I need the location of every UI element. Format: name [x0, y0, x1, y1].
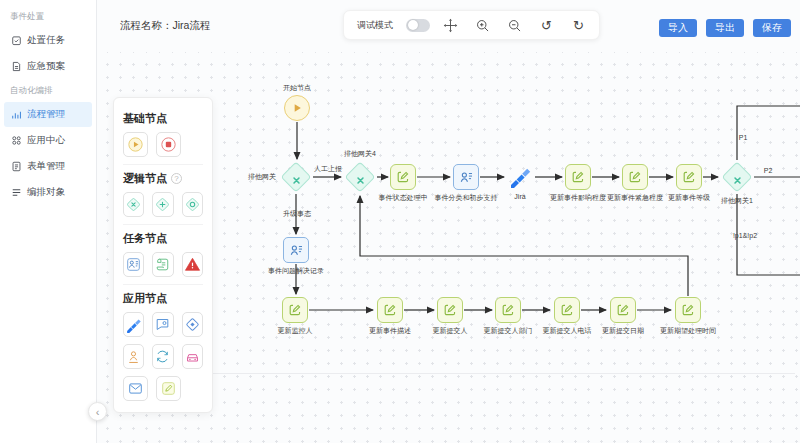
flow-canvas[interactable]: 基础节点逻辑节点?任务节点应用节点 开始节点排他网关排他网关4事件状态处理中事件…: [97, 52, 800, 443]
palette-item-exclusive-gateway[interactable]: [123, 192, 144, 217]
car-app-icon: [184, 348, 201, 365]
palette-row: [123, 252, 203, 277]
palette-item-user-pin-app[interactable]: [123, 344, 144, 369]
sidebar-collapse-button[interactable]: ‹: [88, 402, 107, 421]
palette-item-alert-task[interactable]: [182, 252, 203, 277]
toggle-knob: [408, 20, 418, 30]
gateway-x-icon: [355, 172, 366, 183]
sidebar-item-emergency-plan[interactable]: 应急预案: [4, 54, 92, 79]
sidebar-item-flow-management[interactable]: 流程管理: [4, 102, 92, 127]
node-label: 排他网关: [248, 172, 276, 182]
sidebar-item-dispose-task[interactable]: 处置任务: [4, 28, 92, 53]
edge-label: P1: [739, 134, 748, 141]
palette-item-user-task[interactable]: [123, 252, 144, 277]
header-actions: 导入导出保存: [659, 19, 791, 37]
task-icon: [11, 35, 22, 46]
debug-mode-toggle[interactable]: [406, 19, 430, 32]
gateway-exclusive[interactable]: [280, 161, 312, 193]
palette-section-title: 基础节点: [123, 111, 203, 126]
sidebar-item-label: 编排对象: [27, 186, 65, 199]
task-update-submitter[interactable]: [437, 297, 463, 323]
palette-row: [123, 312, 203, 337]
sidebar-item-app-center[interactable]: 应用中心: [4, 128, 92, 153]
sidebar-item-orchestration-object[interactable]: 编排对象: [4, 180, 92, 205]
apps-icon: [11, 135, 22, 146]
save-button[interactable]: 保存: [753, 19, 791, 37]
task-update-submitter-phone[interactable]: [554, 297, 580, 323]
palette-item-parallel-gateway[interactable]: [152, 192, 173, 217]
start-node[interactable]: [284, 95, 310, 121]
user-node-icon: [458, 169, 475, 186]
chat-app-icon: [154, 316, 171, 333]
palette-section-title-text: 逻辑节点: [123, 171, 167, 186]
task-update-impact[interactable]: [565, 164, 591, 190]
edge-label: 升级事态: [283, 209, 311, 219]
user-incident-record[interactable]: [283, 237, 309, 263]
import-button[interactable]: 导入: [659, 19, 697, 37]
redo-icon[interactable]: ↻: [571, 18, 586, 33]
palette-section-title: 任务节点: [123, 231, 203, 246]
task-update-submit-date[interactable]: [610, 297, 636, 323]
flow-edge: [360, 196, 688, 296]
edge-label: 人工上报: [314, 164, 342, 174]
user-incident-classify[interactable]: [453, 164, 479, 190]
task-update-urgency[interactable]: [622, 164, 648, 190]
node-label: 更新监控人: [278, 326, 313, 336]
zoom-out-icon[interactable]: [507, 18, 522, 33]
node-label: Jira: [514, 193, 525, 200]
task-update-expect-time[interactable]: [675, 297, 701, 323]
palette-item-end-node[interactable]: [156, 132, 181, 157]
palette-item-car-app[interactable]: [182, 344, 203, 369]
palette-section: 应用节点: [123, 284, 203, 401]
palette-item-gateway-app[interactable]: [182, 312, 203, 337]
zoom-in-icon[interactable]: [475, 18, 490, 33]
end-node-icon: [160, 136, 177, 153]
task-incident-status[interactable]: [390, 164, 416, 190]
pen-node-icon: [680, 302, 696, 318]
task-update-monitor[interactable]: [282, 297, 308, 323]
palette-item-inclusive-gateway[interactable]: [182, 192, 203, 217]
palette-item-sync-app[interactable]: [152, 344, 173, 369]
sidebar-item-label: 应用中心: [27, 134, 65, 147]
palette-item-mail-app[interactable]: [123, 376, 148, 401]
node-label: 更新事件影响程度: [550, 193, 606, 203]
edge-label: P2: [764, 167, 773, 174]
pen-node-icon: [287, 302, 303, 318]
palette-section-title: 应用节点: [123, 291, 203, 306]
node-label: 更新提交人电话: [543, 326, 592, 336]
node-label: 更新提交人部门: [484, 326, 533, 336]
export-button[interactable]: 导出: [706, 19, 744, 37]
pen-node-icon: [559, 302, 575, 318]
task-update-submitter-dept[interactable]: [495, 297, 521, 323]
task-update-level[interactable]: [676, 164, 702, 190]
user-task-icon: [125, 256, 142, 273]
app-root: 事件处置处置任务应急预案自动化编排流程管理应用中心表单管理编排对象 ‹ 流程名称…: [0, 0, 800, 443]
task-update-desc[interactable]: [377, 297, 403, 323]
sidebar-section-label: 事件处置: [0, 6, 96, 27]
move-icon[interactable]: [443, 18, 458, 33]
edit-app-icon: [160, 380, 177, 397]
palette-item-edit-app[interactable]: [156, 376, 181, 401]
node-label: 排他网关1: [721, 196, 753, 206]
help-icon[interactable]: ?: [171, 173, 182, 184]
palette-section-title-text: 基础节点: [123, 111, 167, 126]
palette-section-title-text: 任务节点: [123, 231, 167, 246]
gateway-exclusive-4[interactable]: [344, 161, 376, 193]
palette-item-jira-app[interactable]: [123, 312, 144, 337]
undo-icon[interactable]: ↺: [539, 18, 554, 33]
pen-node-icon: [395, 169, 411, 185]
mail-app-icon: [127, 380, 144, 397]
palette-item-chat-app[interactable]: [152, 312, 173, 337]
jira-node[interactable]: [506, 162, 534, 190]
script-task-icon: [154, 256, 171, 273]
orchestrate-icon: [11, 187, 22, 198]
node-label: 更新提交人: [433, 326, 468, 336]
gateway-exclusive-1[interactable]: [721, 161, 753, 193]
canvas-toolbar: 调试模式 ↺↻: [343, 10, 600, 40]
start-node-icon: [127, 136, 144, 153]
sidebar-item-form-management[interactable]: 表单管理: [4, 154, 92, 179]
flow-name-label: 流程名称：: [120, 19, 173, 31]
palette-item-script-task[interactable]: [152, 252, 173, 277]
palette-item-start-node[interactable]: [123, 132, 148, 157]
palette-row: [123, 192, 203, 217]
